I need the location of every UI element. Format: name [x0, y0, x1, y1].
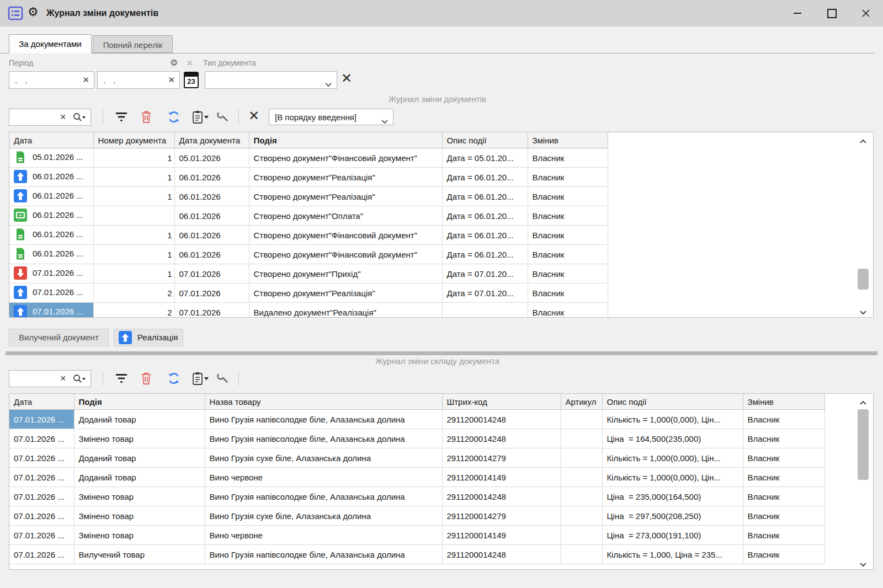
column-header-barcode[interactable]: Штрих-код [442, 394, 561, 410]
search-icon[interactable] [72, 373, 86, 387]
column-header-number[interactable]: Номер документа [93, 132, 174, 148]
cell-product: Вино червоне [205, 468, 442, 487]
cell-barcode: 2911200014149 [442, 526, 561, 545]
content-journal-row[interactable]: 07.01.2026 ...Змінено товарВино Грузія н… [9, 429, 825, 448]
cell-desc: Кількість = 1,000(0,000), Цін... [602, 410, 743, 429]
scrollbar-thumb[interactable] [858, 269, 869, 290]
date-from-input[interactable] [9, 72, 94, 88]
doc-journal-row[interactable]: 06.01.2026 ...106.01.2026Створено докуме… [9, 226, 608, 245]
cell-date: 07.01.2026 ... [9, 303, 93, 318]
chevron-down-icon [204, 116, 209, 119]
refresh-button[interactable] [164, 108, 183, 126]
scroll-up-icon[interactable] [859, 137, 867, 142]
content-table-scrollbar[interactable] [855, 395, 871, 568]
column-header-desc[interactable]: Опис події [442, 132, 528, 148]
cell-desc: Дата = 07.01.20... [442, 284, 528, 303]
scrollbar-thumb[interactable] [858, 409, 869, 480]
content-journal-row[interactable]: 07.01.2026 ...Вилучений товарВино Грузія… [9, 545, 825, 564]
doc-type-clear-button[interactable]: ✕ [341, 71, 352, 86]
tools-button[interactable] [214, 108, 233, 126]
cell-product: Вино Грузія напівсолодке біле, Алазанськ… [205, 487, 442, 506]
doc-journal-row[interactable]: 05.01.2026 ...105.01.2026Створено докуме… [9, 148, 608, 168]
date-to-clear-icon[interactable]: ✕ [168, 75, 175, 85]
column-header-user[interactable]: Змінив [528, 132, 608, 148]
scroll-up-icon[interactable] [859, 398, 867, 404]
splitter-handle[interactable] [6, 351, 877, 355]
chevron-down-icon [204, 377, 209, 380]
content-journal-row[interactable]: 07.01.2026 ...Змінено товарВино Грузія с… [9, 506, 825, 526]
calendar-button[interactable]: 23 [184, 72, 199, 88]
maximize-button[interactable] [815, 0, 849, 26]
tools-button[interactable] [214, 370, 233, 387]
content-journal-row[interactable]: 07.01.2026 ...Доданий товарВино Грузія с… [9, 448, 825, 468]
cell-text: Власник [533, 231, 565, 240]
sale-icon [119, 331, 132, 344]
cell-text: Вино червоне [210, 473, 263, 482]
column-header-event[interactable]: Подія [249, 132, 442, 148]
scroll-down-icon[interactable] [859, 559, 867, 565]
doc-journal-row[interactable]: 06.01.2026 ...106.01.2026Створено докуме… [9, 168, 608, 187]
content-journal-row[interactable]: 07.01.2026 ...Змінено товарВино Грузія н… [9, 487, 825, 506]
cell-text: 2911200014279 [447, 453, 506, 463]
cell-text: Вино Грузія напівсолодке біле, Алазанськ… [210, 415, 405, 424]
cell-text: Власник [748, 550, 780, 559]
cell-event: Змінено товар [74, 526, 205, 545]
column-header-product[interactable]: Назва товару [205, 394, 442, 410]
sort-order-select[interactable] [269, 109, 393, 125]
cell-text: 07.01.2026 ... [14, 473, 65, 482]
doc-journal-row[interactable]: 07.01.2026 ...207.01.2026Видалено докуме… [9, 303, 608, 318]
clear-filter-button[interactable]: ✕ [248, 108, 259, 124]
column-header-event[interactable]: Подія [74, 394, 205, 410]
receipt-icon [14, 266, 27, 280]
cell-text: Власник [533, 269, 565, 279]
period-clear-icon[interactable]: ✕ [186, 58, 193, 68]
doc-journal-row[interactable]: 06.01.2026 ...106.01.2026Створено докуме… [9, 187, 608, 206]
filter-button[interactable] [112, 108, 131, 126]
column-header-user[interactable]: Змінив [743, 394, 825, 410]
settings-gear-icon[interactable]: ⚙ [28, 5, 39, 19]
tab-full-list[interactable]: Повний перелік [93, 35, 173, 53]
period-settings-gear-icon[interactable]: ⚙ [170, 57, 178, 68]
doc-search-clear-icon[interactable]: ✕ [60, 113, 66, 121]
cell-desc: Ціна = 235,000(164,500) [602, 487, 743, 506]
column-header-desc[interactable]: Опис події [602, 394, 743, 410]
content-search-box[interactable]: ✕ [9, 370, 91, 387]
delete-button[interactable] [137, 108, 156, 126]
date-from-clear-icon[interactable]: ✕ [82, 75, 89, 85]
doc-search-input[interactable] [9, 109, 58, 125]
delete-button[interactable] [137, 370, 156, 387]
minimize-button[interactable] [780, 0, 815, 26]
doc-journal-row[interactable]: 07.01.2026 ...107.01.2026Створено докуме… [9, 264, 608, 284]
cell-text: Власник [533, 308, 565, 317]
filter-button[interactable] [112, 370, 131, 387]
content-journal-row[interactable]: 07.01.2026 ...Доданий товарВино Грузія н… [9, 410, 825, 429]
doc-search-box[interactable]: ✕ [9, 109, 91, 126]
column-header-date[interactable]: Дата [9, 394, 74, 410]
date-to-input[interactable] [98, 72, 179, 88]
doc-journal-row[interactable]: 06.01.2026 ...06.01.2026Створено докумен… [9, 206, 608, 226]
cell-text: 07.01.2026 ... [14, 434, 65, 443]
tab-by-documents[interactable]: За документами [9, 34, 92, 54]
cell-text: 06.01.2026 ... [33, 172, 83, 181]
content-search-clear-icon[interactable]: ✕ [60, 374, 66, 383]
doc-table-scrollbar[interactable] [855, 133, 871, 316]
content-journal-row[interactable]: 07.01.2026 ...Доданий товарВино червоне2… [9, 468, 825, 487]
content-journal-row[interactable]: 07.01.2026 ...Змінено товарВино червоне2… [9, 526, 825, 545]
cell-date: 06.01.2026 ... [9, 245, 93, 264]
doc-type-select[interactable] [205, 71, 337, 89]
copy-button[interactable] [188, 108, 212, 126]
window-controls [780, 0, 883, 26]
search-icon[interactable] [72, 112, 86, 125]
close-button[interactable] [849, 0, 883, 26]
column-header-doc_date[interactable]: Дата документа [174, 132, 249, 148]
cell-desc: Дата = 06.01.20... [442, 206, 528, 226]
scroll-down-icon[interactable] [859, 307, 867, 313]
copy-button[interactable] [188, 370, 212, 387]
cell-text: Дата = 06.01.20... [447, 250, 514, 259]
refresh-button[interactable] [164, 370, 183, 387]
column-header-date[interactable]: Дата [9, 132, 93, 148]
column-header-article[interactable]: Артикул [561, 394, 602, 410]
doc-journal-row[interactable]: 06.01.2026 ...106.01.2026Створено докуме… [9, 245, 608, 264]
content-search-input[interactable] [9, 371, 58, 387]
doc-journal-row[interactable]: 07.01.2026 ...207.01.2026Створено докуме… [9, 284, 608, 303]
